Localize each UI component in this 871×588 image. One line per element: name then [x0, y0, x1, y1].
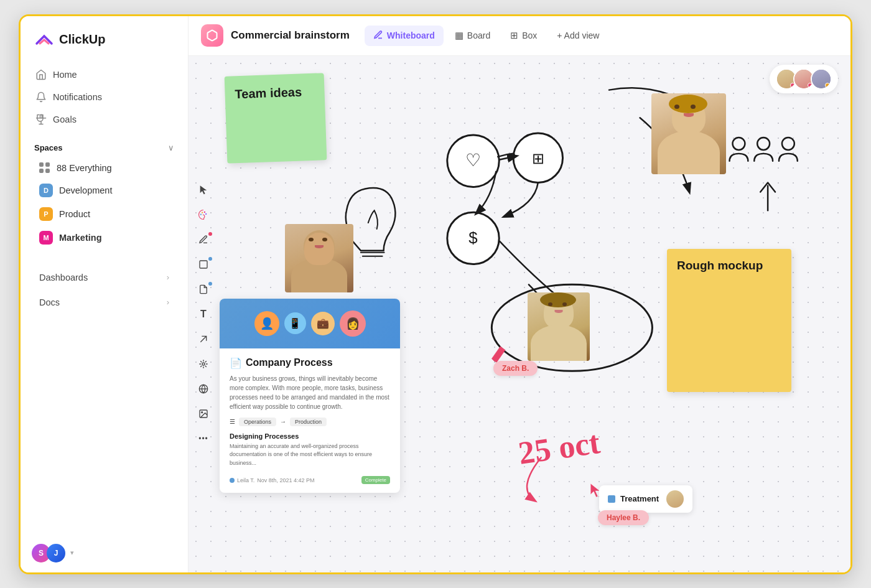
toolbar-pen-btn[interactable] — [192, 228, 215, 251]
sticky-note-green: Team ideas — [225, 73, 327, 163]
toolbar-text-btn[interactable]: T — [192, 303, 215, 325]
zach-label-bubble: Zach B. — [493, 361, 538, 376]
toolbar-image-btn[interactable] — [192, 403, 215, 425]
company-process-card: 👤 📱 💼 👩 📄 Company Process As your busine… — [220, 299, 400, 493]
wb-avatar-3-dot — [825, 83, 830, 88]
date-label: 25 oct — [516, 424, 602, 471]
more-icon: ••• — [198, 434, 208, 443]
sidebar-item-dashboards[interactable]: Dashboards › — [26, 266, 183, 289]
toolbar-rect-btn[interactable] — [192, 253, 215, 276]
clickup-logo-icon — [34, 30, 54, 50]
toolbar-shapes-btn[interactable] — [192, 353, 215, 375]
docs-chevron-icon: › — [167, 297, 169, 307]
topbar-tabs: Whiteboard ▦ Board ⊞ Box + Add view — [365, 26, 608, 46]
sidebar-item-product[interactable]: P Product — [26, 202, 183, 226]
sidebar-nav: Home Notifications Goals — [21, 61, 188, 133]
header-icon-2: 📱 — [284, 312, 306, 334]
dashboards-label: Dashboards — [39, 273, 88, 282]
flow-from-badge: Operations — [239, 418, 276, 426]
sidebar-item-docs[interactable]: Docs › — [26, 291, 183, 314]
sidebar-item-everything[interactable]: 88 Everything — [26, 157, 183, 179]
main-content: Commercial brainstorm Whiteboard ▦ Board — [189, 16, 850, 572]
docs-label: Docs — [39, 297, 60, 307]
svg-point-16 — [202, 212, 203, 213]
whiteboard-tab-icon — [373, 30, 383, 42]
sidebar-item-goals[interactable]: Goals — [28, 108, 180, 131]
marketing-label: Marketing — [59, 233, 102, 243]
spaces-title: Spaces — [34, 143, 63, 152]
trophy-icon — [35, 114, 47, 125]
treatment-label: Treatment — [620, 494, 659, 503]
svg-point-13 — [782, 138, 794, 150]
person-photo-woman-center — [528, 292, 590, 361]
board-tab-icon: ▦ — [455, 30, 463, 41]
svg-point-11 — [733, 138, 745, 150]
topbar-title: Commercial brainstorm — [231, 29, 350, 42]
svg-text:$: $ — [468, 228, 477, 246]
whiteboard-canvas[interactable]: ♡ $ ⊞ — [189, 56, 850, 572]
toolbar-cursor-btn[interactable] — [192, 179, 215, 201]
add-view-button[interactable]: + Add view — [548, 26, 608, 45]
logo-area: ClickUp — [21, 16, 188, 61]
treatment-color-block — [608, 495, 615, 503]
pen-icon — [198, 235, 208, 245]
toolbar-palette-btn[interactable] — [192, 203, 215, 226]
app-name: ClickUp — [59, 32, 105, 47]
app-container: ClickUp Home Notifications — [19, 14, 852, 574]
tab-board[interactable]: ▦ Board — [446, 26, 499, 45]
footer-dropdown-icon[interactable]: ▾ — [70, 549, 74, 557]
spaces-chevron-icon[interactable]: ∨ — [168, 143, 174, 152]
toolbar-more-btn[interactable]: ••• — [192, 427, 215, 450]
flow-to-badge: Production — [290, 418, 327, 426]
note-icon — [198, 284, 208, 294]
sticky-yellow-text: Rough mockup — [677, 251, 763, 272]
tab-box[interactable]: ⊞ Box — [501, 26, 546, 45]
sidebar-item-notifications[interactable]: Notifications — [28, 86, 180, 108]
person-photo-man — [285, 224, 353, 292]
footer-user-info: Leila T. Nov 8th, 2021 4:42 PM — [230, 477, 314, 483]
svg-point-6 — [513, 133, 562, 182]
sidebar-item-home[interactable]: Home — [28, 63, 180, 86]
tab-whiteboard-label: Whiteboard — [387, 30, 435, 40]
cursor-tool-icon — [198, 185, 208, 195]
left-toolbar: T ••• — [189, 174, 218, 455]
svg-text:⊞: ⊞ — [532, 149, 544, 166]
date-text: 25 oct — [516, 424, 602, 472]
product-badge: P — [39, 207, 53, 221]
image-icon — [198, 409, 208, 419]
flow-list-icon: ☰ — [230, 418, 235, 425]
footer-username: Leila T. — [237, 477, 254, 483]
zach-label-text: Zach B. — [502, 364, 529, 373]
sidebar-item-marketing[interactable]: M Marketing — [26, 226, 183, 250]
sticky-green-text: Team ideas — [235, 85, 302, 101]
toolbar-globe-btn[interactable] — [192, 378, 215, 400]
svg-point-18 — [205, 213, 207, 214]
pen-dot — [208, 232, 212, 236]
spaces-header: Spaces ∨ — [21, 133, 188, 157]
box-tab-icon: ⊞ — [510, 30, 518, 41]
product-label: Product — [59, 209, 90, 219]
everything-icon — [39, 162, 50, 174]
footer-avatars: S J — [32, 544, 65, 562]
svg-point-2 — [447, 135, 499, 187]
haylee-label-text: Haylee B. — [607, 513, 640, 522]
process-card-body: 📄 Company Process As your business grows… — [220, 348, 400, 493]
svg-point-15 — [200, 213, 202, 215]
sidebar-item-development[interactable]: D Development — [26, 179, 183, 202]
development-label: Development — [59, 185, 112, 195]
process-card-footer: Leila T. Nov 8th, 2021 4:42 PM Complete — [230, 471, 390, 484]
sidebar-divider — [34, 257, 174, 258]
tab-whiteboard[interactable]: Whiteboard — [365, 26, 444, 46]
add-view-label: + Add view — [557, 30, 599, 40]
toolbar-arrow-btn[interactable] — [192, 328, 215, 350]
treatment-card: Treatment — [599, 485, 692, 513]
marketing-badge: M — [39, 231, 53, 245]
svg-rect-19 — [200, 261, 207, 268]
avatar-j[interactable]: J — [47, 544, 65, 562]
user-dot — [230, 478, 235, 483]
notifications-label: Notifications — [53, 92, 102, 102]
tab-board-label: Board — [467, 30, 490, 40]
toolbar-note-btn[interactable] — [192, 278, 215, 301]
process-card-title: 📄 Company Process — [230, 357, 390, 369]
text-icon: T — [200, 309, 207, 320]
